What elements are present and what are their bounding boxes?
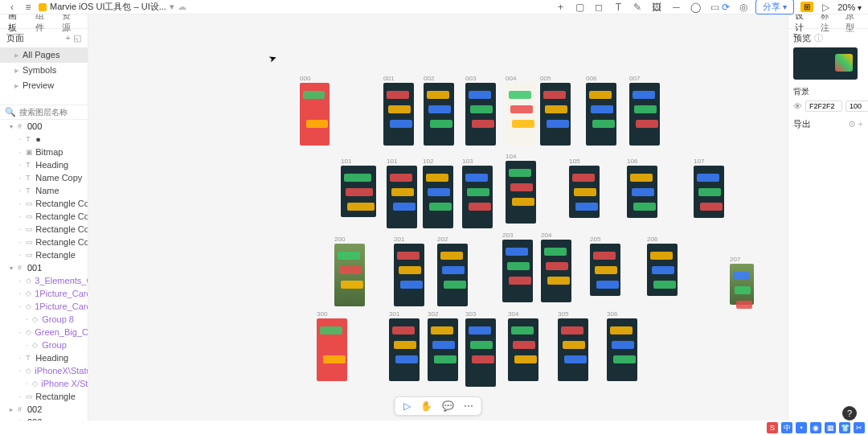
ime-icon[interactable]: S	[767, 422, 778, 433]
layer-item[interactable]: ·◇iPhone X/Status Bars/S...	[0, 377, 88, 390]
ruler-button[interactable]: ⊞	[800, 2, 813, 12]
layer-item[interactable]: ·▭Rectangle	[0, 248, 88, 261]
back-icon[interactable]: ‹	[6, 2, 18, 13]
artboard[interactable]: 005	[540, 83, 571, 146]
layer-item[interactable]: ·▭Rectangle Copy 33	[0, 223, 88, 236]
page-item[interactable]: ▸Preview	[0, 78, 88, 93]
frame-icon[interactable]: ▢	[574, 2, 585, 13]
location-icon[interactable]: ◎	[738, 2, 749, 13]
slice-icon[interactable]: ▭	[709, 2, 720, 13]
export-add-icon[interactable]: +	[858, 119, 863, 129]
artboard[interactable]: 204	[541, 240, 571, 302]
artboard[interactable]: 305	[558, 318, 588, 381]
preview-thumbnail[interactable]	[793, 47, 858, 80]
artboard[interactable]: 000	[300, 83, 330, 146]
comment-icon[interactable]: ─	[670, 2, 682, 13]
add-page-icon[interactable]: +	[66, 33, 71, 43]
tab-design[interactable]: 设计	[795, 14, 811, 34]
play-icon[interactable]: ▷	[820, 2, 831, 13]
plus-icon[interactable]: +	[555, 2, 566, 13]
status-icon-2[interactable]: •	[796, 422, 807, 433]
layer-item[interactable]: ·◇3_Elements_Circled_Navig...	[0, 274, 88, 287]
mask-icon[interactable]: ◯	[690, 2, 701, 13]
artboard[interactable]: 003	[465, 83, 496, 146]
collapse-icon[interactable]: ◱	[73, 33, 81, 43]
zoom-level[interactable]: 20% ▾	[837, 2, 862, 12]
artboard[interactable]: 104	[506, 161, 536, 224]
text-icon[interactable]: T	[612, 2, 624, 13]
layer-item[interactable]: ·THeading	[0, 351, 88, 364]
layer-item[interactable]: ·◇Green_Big_Card	[0, 326, 88, 339]
artboard[interactable]: 006	[586, 83, 616, 146]
status-icon-1[interactable]: 中	[781, 422, 792, 433]
status-icon-4[interactable]: ▦	[825, 422, 836, 433]
artboard[interactable]: 002	[424, 83, 454, 146]
opacity-input[interactable]	[845, 101, 868, 112]
visibility-icon[interactable]: 👁	[793, 101, 802, 111]
more-tool-icon[interactable]: ⋯	[464, 400, 473, 412]
chevron-down-icon[interactable]: ▾	[170, 2, 174, 12]
tab-annotate[interactable]: 标注	[821, 14, 837, 34]
artboard[interactable]: 102	[423, 166, 453, 228]
layer-item[interactable]: ▾#003	[0, 416, 88, 421]
layer-item[interactable]: ·▭Rectangle Copy 32	[0, 210, 88, 223]
layer-item[interactable]: ·▭Rectangle Copy 34	[0, 197, 88, 210]
layer-item[interactable]: ·TName	[0, 184, 88, 197]
info-icon[interactable]: ⓘ	[814, 32, 823, 44]
artboard[interactable]: 203	[502, 240, 533, 302]
artboard[interactable]: 302	[428, 318, 458, 381]
menu-icon[interactable]: ≡	[23, 2, 34, 13]
layer-item[interactable]: ·TName Copy	[0, 171, 88, 184]
artboard[interactable]: 107	[694, 166, 724, 218]
image-icon[interactable]: 🖼	[651, 2, 662, 13]
help-button[interactable]: ?	[842, 406, 857, 421]
status-icon-3[interactable]: ◉	[810, 422, 821, 433]
artboard[interactable]: 201	[394, 244, 424, 306]
tab-prototype[interactable]: 原型	[845, 14, 862, 34]
layer-item[interactable]: ▸#002	[0, 403, 88, 416]
artboard[interactable]: 007	[629, 83, 660, 146]
layer-item[interactable]: ▾#000	[0, 120, 88, 133]
cursor-tool-icon[interactable]: ▷	[403, 400, 411, 412]
canvas[interactable]: ➤ 00000100200300400500600710110110210310…	[88, 14, 788, 421]
artboard[interactable]: 301	[389, 318, 420, 381]
cloud-sync-icon[interactable]: ⟳	[720, 2, 731, 13]
share-button[interactable]: 分享 ▾	[755, 0, 794, 14]
layer-item[interactable]: ·◇iPhoneX\Status_Bar	[0, 364, 88, 377]
artboard[interactable]: 300	[317, 318, 347, 381]
doc-title[interactable]: Marvie iOS UI工具包 – UI设... ▾ ☁	[39, 1, 186, 13]
artboard[interactable]: 306	[607, 318, 637, 381]
status-icon-6[interactable]: ✂	[854, 422, 865, 433]
artboard[interactable]: 200	[334, 244, 365, 306]
layer-item[interactable]: ·THeading	[0, 158, 88, 171]
layer-item[interactable]: ·▣Bitmap	[0, 146, 88, 158]
pen-icon[interactable]: ✎	[632, 2, 643, 13]
comment-tool-icon[interactable]: 💬	[442, 400, 454, 412]
artboard[interactable]: 101	[387, 166, 417, 228]
layer-item[interactable]: ·◇Group	[0, 339, 88, 351]
artboard[interactable]: 206	[647, 244, 678, 296]
artboard[interactable]: 004	[506, 83, 536, 146]
layer-item[interactable]: ·▭Rectangle	[0, 390, 88, 403]
rect-icon[interactable]: ◻	[593, 2, 604, 13]
artboard[interactable]: 001	[383, 83, 414, 146]
layer-item[interactable]: ·◇1Picture_Card Copy	[0, 287, 88, 300]
artboard[interactable]: 106	[627, 166, 657, 218]
artboard[interactable]: 207	[730, 264, 754, 305]
hand-tool-icon[interactable]: ✋	[420, 400, 432, 412]
layer-item[interactable]: ·▭Rectangle Copy 25	[0, 236, 88, 248]
artboard[interactable]: 103	[462, 166, 493, 228]
export-settings-icon[interactable]: ⚙	[848, 119, 856, 129]
color-input[interactable]	[805, 101, 842, 112]
page-item[interactable]: ▸All Pages	[0, 47, 88, 63]
artboard[interactable]: 202	[437, 244, 468, 306]
artboard[interactable]: 101	[341, 166, 376, 217]
page-item[interactable]: ▸Symbols	[0, 63, 88, 78]
artboard[interactable]: 303	[465, 318, 496, 387]
layer-item[interactable]: ▾#001	[0, 261, 88, 274]
layer-item[interactable]: ·T●	[0, 133, 88, 146]
status-icon-5[interactable]: 👕	[839, 422, 850, 433]
artboard[interactable]: 205	[590, 244, 620, 296]
artboard[interactable]: 105	[569, 166, 600, 218]
search-input[interactable]	[19, 108, 88, 117]
